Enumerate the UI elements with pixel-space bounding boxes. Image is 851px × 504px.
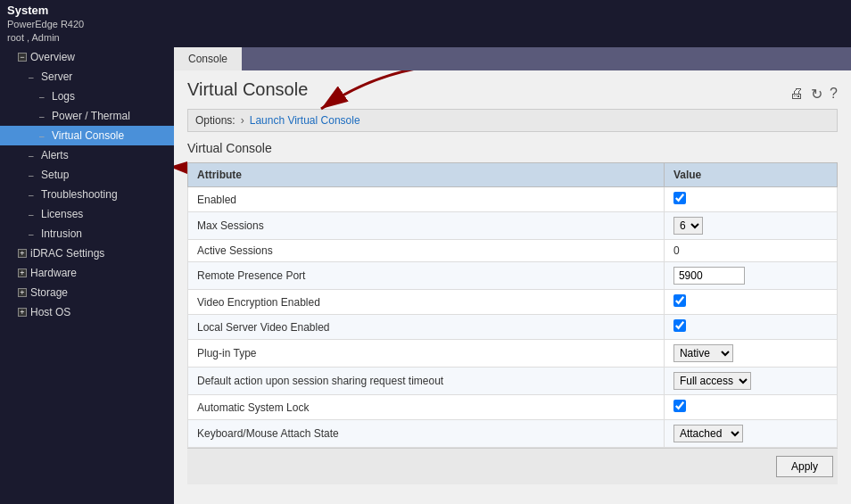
col-attribute: Attribute — [188, 163, 665, 187]
value-cell-8[interactable] — [664, 395, 837, 420]
attr-cell-9: Keyboard/Mouse Attach State — [188, 420, 665, 448]
value-cell-0[interactable] — [664, 187, 837, 212]
select-6[interactable]: NativeJavaActiveX — [673, 344, 733, 362]
sidebar-item-alerts[interactable]: – Alerts — [0, 145, 174, 165]
sidebar-item-virtual-console[interactable]: – Virtual Console — [0, 126, 174, 145]
attr-cell-1: Max Sessions — [188, 212, 665, 240]
select-9[interactable]: AttachedDetached — [673, 425, 743, 442]
sidebar-label-idrac-settings: iDRAC Settings — [30, 247, 104, 260]
system-subtitle2: root , Admin — [7, 32, 60, 43]
header: System PowerEdge R420 root , Admin — [0, 0, 851, 47]
virtual-console-table: Attribute Value EnabledMax Sessions12345… — [187, 162, 838, 448]
dash-icon-setup: – — [29, 170, 37, 180]
dash-icon-virtual-console: – — [39, 131, 48, 141]
expand-icon-storage[interactable]: + — [18, 288, 27, 297]
dash-icon-intrusion: – — [29, 229, 37, 239]
expand-icon-host-os[interactable]: + — [18, 308, 27, 317]
page-icons: 🖨 ↻ ? — [789, 86, 838, 103]
table-row: Max Sessions123456 — [188, 212, 838, 240]
select-1[interactable]: 123456 — [673, 217, 703, 235]
sidebar-label-server: Server — [41, 70, 72, 83]
dash-icon-troubleshooting: – — [29, 190, 37, 200]
table-row: Enabled — [188, 187, 838, 212]
sidebar-item-licenses[interactable]: – Licenses — [0, 204, 174, 224]
sidebar-label-power-thermal: Power / Thermal — [52, 110, 130, 122]
section-title: Virtual Console — [187, 141, 838, 155]
sidebar-item-storage[interactable]: + Storage — [0, 283, 174, 302]
value-cell-6[interactable]: NativeJavaActiveX — [664, 340, 837, 368]
checkbox-8[interactable] — [673, 400, 686, 412]
sidebar-label-storage: Storage — [30, 286, 68, 299]
dash-icon-power-thermal: – — [39, 112, 48, 121]
checkbox-4[interactable] — [673, 294, 686, 307]
sidebar-label-host-os: Host OS — [30, 306, 70, 318]
expand-icon-hardware[interactable]: + — [18, 269, 27, 277]
value-cell-2: 0 — [664, 240, 837, 262]
attr-cell-5: Local Server Video Enabled — [188, 315, 665, 340]
sidebar-item-idrac-settings[interactable]: + iDRAC Settings — [0, 244, 174, 263]
attr-cell-0: Enabled — [188, 187, 665, 212]
value-cell-1[interactable]: 123456 — [664, 212, 837, 240]
checkbox-5[interactable] — [673, 319, 686, 332]
options-label: Options: — [195, 114, 235, 127]
main-content: Console Virtual Console 🖨 ↻ ? Options: ›… — [174, 47, 851, 504]
sidebar-label-setup: Setup — [41, 169, 69, 181]
checkbox-0[interactable] — [673, 192, 686, 204]
sidebar-item-setup[interactable]: – Setup — [0, 165, 174, 185]
sidebar-item-overview[interactable]: − Overview — [0, 47, 174, 67]
system-subtitle1: PowerEdge R420 — [7, 19, 84, 29]
dash-icon-logs: – — [39, 92, 48, 102]
system-title: System — [7, 4, 48, 17]
sidebar-label-overview: Overview — [30, 51, 75, 63]
sidebar-label-licenses: Licenses — [41, 208, 83, 220]
dash-icon-licenses: – — [29, 210, 37, 219]
table-row: Active Sessions0 — [188, 240, 838, 262]
sidebar-item-troubleshooting[interactable]: – Troubleshooting — [0, 185, 174, 204]
sidebar-item-intrusion[interactable]: – Intrusion — [0, 224, 174, 244]
value-cell-4[interactable] — [664, 290, 837, 315]
table-row: Video Encryption Enabled — [188, 290, 838, 315]
attr-cell-3: Remote Presence Port — [188, 262, 665, 290]
sidebar-label-alerts: Alerts — [41, 149, 69, 161]
table-row: Default action upon session sharing requ… — [188, 368, 838, 395]
sidebar-label-hardware: Hardware — [30, 267, 77, 279]
sidebar-item-hardware[interactable]: + Hardware — [0, 263, 174, 283]
help-icon[interactable]: ? — [830, 86, 838, 103]
tab-bar: Console — [174, 47, 851, 70]
options-bar: Options: › Launch Virtual Console — [187, 109, 838, 132]
sidebar-label-virtual-console: Virtual Console — [52, 129, 124, 142]
sidebar: − Overview– Server– Logs– Power / Therma… — [0, 47, 174, 504]
table-row: Keyboard/Mouse Attach StateAttachedDetac… — [188, 420, 838, 448]
value-cell-9[interactable]: AttachedDetached — [664, 420, 837, 448]
tab-console[interactable]: Console — [174, 47, 243, 70]
attr-cell-6: Plug-in Type — [188, 340, 665, 368]
sidebar-item-host-os[interactable]: + Host OS — [0, 302, 174, 322]
value-cell-7[interactable]: Full accessRead OnlyDeny — [664, 368, 837, 395]
refresh-icon[interactable]: ↻ — [811, 86, 822, 103]
print-icon[interactable]: 🖨 — [789, 86, 804, 103]
sidebar-item-logs[interactable]: – Logs — [0, 87, 174, 106]
table-row: Plug-in TypeNativeJavaActiveX — [188, 340, 838, 368]
value-cell-3[interactable] — [664, 262, 837, 290]
input-3[interactable] — [673, 267, 745, 285]
sidebar-label-troubleshooting: Troubleshooting — [41, 188, 118, 201]
attr-cell-4: Video Encryption Enabled — [188, 290, 665, 315]
dash-icon-server: – — [29, 72, 37, 82]
sidebar-item-power-thermal[interactable]: – Power / Thermal — [0, 106, 174, 126]
select-7[interactable]: Full accessRead OnlyDeny — [673, 372, 751, 390]
launch-virtual-console-link[interactable]: Launch Virtual Console — [250, 114, 360, 127]
sidebar-label-logs: Logs — [52, 90, 75, 103]
dash-icon-alerts: – — [29, 151, 37, 161]
attr-cell-2: Active Sessions — [188, 240, 665, 262]
attr-cell-7: Default action upon session sharing requ… — [188, 368, 665, 395]
options-container: Options: › Launch Virtual Console — [187, 109, 838, 132]
sidebar-item-server[interactable]: – Server — [0, 67, 174, 87]
options-chevron: › — [241, 114, 244, 127]
apply-button[interactable]: Apply — [776, 456, 833, 477]
table-row: Remote Presence Port — [188, 262, 838, 290]
col-value: Value — [664, 163, 837, 187]
collapse-icon-overview[interactable]: − — [18, 53, 27, 62]
page-title: Virtual Console — [187, 79, 308, 100]
value-cell-5[interactable] — [664, 315, 837, 340]
expand-icon-idrac-settings[interactable]: + — [18, 249, 27, 258]
